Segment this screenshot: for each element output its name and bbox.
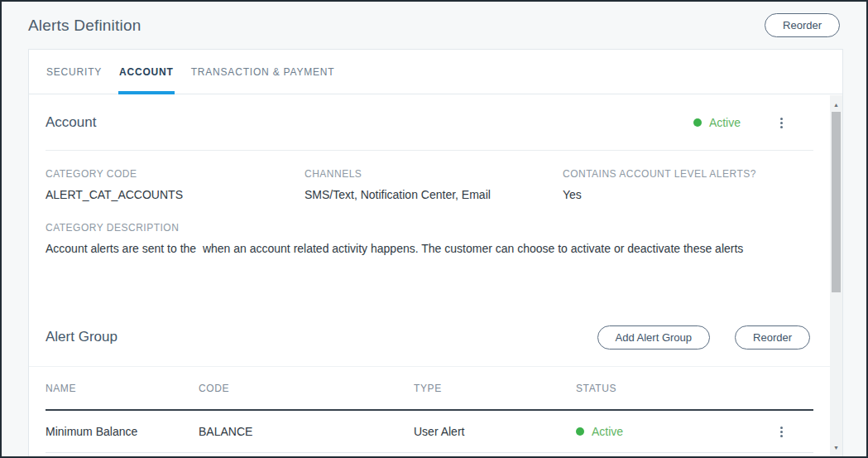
field-category-description: CATEGORY DESCRIPTION Account alerts are …: [29, 201, 830, 255]
field-contains-account-level-alerts: CONTAINS ACCOUNT LEVEL ALERTS? Yes: [563, 168, 813, 201]
section-title-account: Account: [46, 114, 693, 131]
status-dot-icon: [576, 427, 584, 436]
field-label: CATEGORY DESCRIPTION: [46, 222, 813, 234]
status-badge: Active: [693, 116, 741, 129]
account-section-header: Account Active: [29, 95, 830, 150]
cell-name: Minimum Balance: [46, 425, 199, 438]
table-row[interactable]: Minimum Balance BALANCE User Alert Activ…: [29, 411, 830, 452]
field-value: Account alerts are sent to the when an a…: [46, 242, 813, 255]
status-label: Active: [709, 116, 741, 129]
cell-type: User Alert: [414, 425, 576, 438]
field-value: ALERT_CAT_ACCOUNTS: [46, 188, 305, 201]
kebab-menu-icon[interactable]: [777, 114, 786, 132]
category-fields: CATEGORY CODE ALERT_CAT_ACCOUNTS CHANNEL…: [29, 151, 830, 201]
status-label: Active: [592, 425, 623, 438]
scroll-down-icon[interactable]: ▼: [830, 440, 842, 455]
reorder-categories-button[interactable]: Reorder: [765, 13, 840, 37]
scroll-content: Account Active CATEGORY CODE ALERT_CAT_A…: [29, 95, 830, 456]
column-header-code: CODE: [199, 383, 414, 394]
column-header-name: NAME: [46, 383, 199, 394]
alert-group-table: NAME CODE TYPE STATUS Minimum Balance BA…: [29, 366, 830, 453]
field-label: CHANNELS: [305, 168, 563, 180]
field-label: CONTAINS ACCOUNT LEVEL ALERTS?: [563, 168, 813, 180]
field-category-code: CATEGORY CODE ALERT_CAT_ACCOUNTS: [46, 168, 305, 201]
table-header-row: NAME CODE TYPE STATUS: [29, 366, 830, 409]
column-header-status: STATUS: [576, 383, 777, 394]
cell-status: Active: [576, 425, 777, 438]
tab-transaction-payment[interactable]: TRANSACTION & PAYMENT: [190, 50, 336, 94]
column-header-type: TYPE: [414, 383, 576, 394]
status-dot-icon: [693, 118, 702, 127]
add-alert-group-button[interactable]: Add Alert Group: [597, 325, 711, 350]
page-header: Alerts Definition Reorder: [28, 2, 840, 49]
table-row-divider: [46, 452, 813, 453]
scroll-region: Account Active CATEGORY CODE ALERT_CAT_A…: [29, 95, 842, 456]
cell-code: BALANCE: [199, 425, 414, 438]
page-title: Alerts Definition: [28, 17, 141, 35]
field-value: Yes: [563, 188, 813, 201]
vertical-scrollbar[interactable]: ▲ ▼: [830, 95, 842, 456]
field-label: CATEGORY CODE: [46, 168, 305, 180]
scroll-up-icon[interactable]: ▲: [830, 97, 842, 112]
field-channels: CHANNELS SMS/Text, Notification Center, …: [305, 168, 563, 201]
alerts-card: SECURITY ACCOUNT TRANSACTION & PAYMENT A…: [28, 49, 843, 456]
field-value: SMS/Text, Notification Center, Email: [305, 188, 563, 201]
row-kebab-menu-icon[interactable]: [777, 423, 786, 441]
section-title-alert-group: Alert Group: [46, 329, 573, 345]
scrollbar-thumb[interactable]: [832, 112, 841, 292]
reorder-alert-groups-button[interactable]: Reorder: [735, 325, 810, 350]
tab-security[interactable]: SECURITY: [46, 50, 103, 94]
tab-bar: SECURITY ACCOUNT TRANSACTION & PAYMENT: [29, 50, 842, 94]
alerts-definition-page: Alerts Definition Reorder SECURITY ACCOU…: [0, 0, 868, 458]
tab-account[interactable]: ACCOUNT: [118, 50, 175, 94]
alert-group-header: Alert Group Add Alert Group Reorder: [29, 320, 830, 354]
